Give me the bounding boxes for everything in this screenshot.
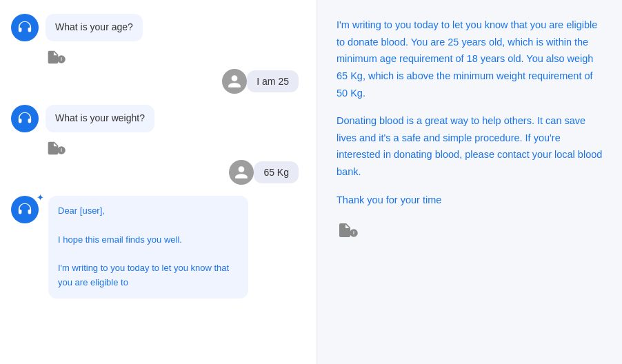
bot-avatar-1	[11, 14, 39, 41]
headphone-icon-2	[17, 111, 32, 126]
bot-avatar-2	[11, 105, 39, 132]
headphone-icon	[17, 20, 32, 35]
bot-message-1: What is your age?	[11, 14, 305, 41]
bot-message-2: What is your weight?	[11, 105, 305, 132]
user-message-1: I am 25	[11, 69, 305, 94]
person-icon-2	[234, 165, 249, 180]
user-message-2: 65 Kg	[11, 160, 305, 185]
user-avatar-1	[222, 69, 247, 94]
bot-message-3: ✦ Dear [user], I hope this email finds y…	[11, 196, 305, 299]
headphone-icon-3	[17, 202, 32, 217]
info-icon-1: i	[57, 54, 66, 64]
email-panel: I'm writing to you today to let you know…	[317, 0, 622, 364]
email-paragraph-3: Thank you for your time	[337, 192, 603, 209]
chat-panel[interactable]: What is your age? i I am 25 What	[0, 0, 317, 364]
doc-icon-2: i	[46, 141, 305, 156]
email-paragraph-2: Donating blood is a great way to help ot…	[337, 112, 603, 181]
email-paragraph-1: I'm writing to you today to let you know…	[337, 17, 603, 101]
sparkle-icon: ✦	[37, 192, 44, 203]
svg-text:i: i	[61, 148, 62, 152]
doc-icon-1: i	[46, 50, 305, 65]
svg-text:i: i	[61, 57, 62, 61]
email-body: I'm writing to you today to let you know…	[337, 17, 603, 208]
user-bubble-weight: 65 Kg	[254, 161, 299, 183]
bot-avatar-3: ✦	[11, 196, 39, 223]
email-preview-text: Dear [user], I hope this email finds you…	[58, 204, 239, 290]
doc-icon-right: i	[337, 222, 603, 239]
user-bubble-age: I am 25	[247, 70, 299, 92]
info-icon-right: i	[349, 228, 359, 238]
bot-bubble-age: What is your age?	[46, 14, 143, 41]
svg-text:i: i	[353, 231, 354, 236]
person-icon-1	[227, 74, 242, 89]
user-avatar-2	[229, 160, 254, 185]
email-preview-bubble: Dear [user], I hope this email finds you…	[48, 196, 248, 299]
bot-bubble-weight: What is your weight?	[46, 105, 154, 132]
info-icon-2: i	[57, 145, 66, 155]
